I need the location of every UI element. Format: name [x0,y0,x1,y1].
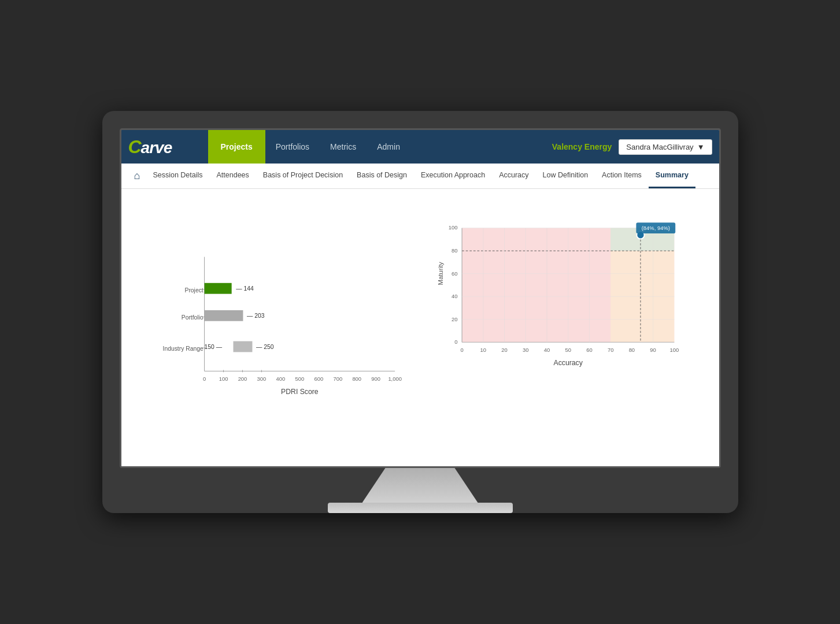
svg-text:80: 80 [452,247,457,254]
accuracy-chart-container: Maturity 0 20 40 60 80 100 [429,200,702,455]
svg-text:20: 20 [501,347,507,353]
svg-text:900: 900 [371,376,380,382]
app-logo: Carve [128,136,172,158]
tab-summary[interactable]: Summary [649,164,695,188]
svg-text:Project: Project [184,287,203,294]
svg-text:Maturity: Maturity [437,262,444,285]
svg-text:Accuracy: Accuracy [553,359,583,367]
tab-low-definition[interactable]: Low Definition [536,164,595,188]
monitor-outer: Carve Projects Portfolios Metrics Admin … [102,111,738,513]
svg-text:70: 70 [607,347,613,353]
monitor-stand [362,468,478,503]
svg-text:— 203: — 203 [247,313,265,319]
tabs-bar: ⌂ Session Details Attendees Basis of Pro… [121,164,719,189]
svg-text:(84%, 94%): (84%, 94%) [641,225,669,231]
svg-text:100: 100 [448,224,457,231]
svg-text:40: 40 [543,347,549,353]
accuracy-scatter-chart: Maturity 0 20 40 60 80 100 [435,206,696,391]
svg-rect-26 [233,341,252,352]
svg-text:— 144: — 144 [236,285,254,292]
tab-basis-design[interactable]: Basis of Design [350,164,414,188]
svg-text:Industry Range: Industry Range [162,346,203,352]
tab-basis-project-decision[interactable]: Basis of Project Decision [256,164,350,188]
tab-accuracy[interactable]: Accuracy [492,164,535,188]
svg-text:400: 400 [276,376,285,382]
svg-text:10: 10 [480,347,486,353]
nav-portfolios-link[interactable]: Portfolios [265,130,320,164]
svg-text:60: 60 [452,270,457,277]
monitor-screen: Carve Projects Portfolios Metrics Admin … [120,128,721,468]
tab-action-items[interactable]: Action Items [595,164,649,188]
svg-text:150 —: 150 — [204,344,222,350]
monitor-base [328,503,513,513]
svg-text:300: 300 [257,376,266,382]
svg-text:100: 100 [219,376,228,382]
svg-text:20: 20 [452,316,457,322]
svg-text:90: 90 [650,347,656,353]
nav-links: Portfolios Metrics Admin [265,130,410,164]
navbar: Carve Projects Portfolios Metrics Admin … [121,130,719,164]
svg-rect-22 [204,310,243,321]
user-menu-button[interactable]: Sandra MacGillivray ▼ [619,139,712,155]
svg-text:— 250: — 250 [256,344,274,350]
svg-text:60: 60 [586,347,592,353]
svg-text:50: 50 [565,347,571,353]
svg-text:1,000: 1,000 [388,376,402,382]
svg-text:40: 40 [452,293,457,299]
tab-execution-approach[interactable]: Execution Approach [414,164,492,188]
svg-text:500: 500 [295,376,304,382]
nav-metrics-link[interactable]: Metrics [320,130,367,164]
svg-text:Portfolio: Portfolio [181,314,203,321]
logo-c-letter: C [128,136,141,157]
nav-projects-button[interactable]: Projects [208,130,265,164]
company-name-label: Valency Energy [552,142,612,151]
svg-text:600: 600 [314,376,323,382]
svg-text:30: 30 [523,347,528,353]
svg-text:0: 0 [454,339,457,345]
pdri-bar-chart: 0 100 200 300 400 500 600 700 800 900 1,… [145,206,406,449]
svg-text:200: 200 [238,376,247,382]
tab-attendees[interactable]: Attendees [210,164,256,188]
svg-text:100: 100 [669,347,679,353]
svg-text:PDRI Score: PDRI Score [281,388,319,396]
svg-text:800: 800 [352,376,361,382]
logo-rest: arve [141,139,172,157]
svg-text:0: 0 [460,347,463,353]
main-content: 0 100 200 300 400 500 600 700 800 900 1,… [121,189,719,466]
user-name-label: Sandra MacGillivray [626,143,693,151]
svg-text:80: 80 [628,347,634,353]
tab-session-details[interactable]: Session Details [146,164,209,188]
nav-admin-link[interactable]: Admin [367,130,410,164]
svg-text:700: 700 [333,376,342,382]
nav-right: Valency Energy Sandra MacGillivray ▼ [552,139,719,155]
svg-rect-18 [204,283,231,294]
logo-area: Carve [121,130,208,164]
home-icon[interactable]: ⌂ [128,170,146,182]
svg-text:0: 0 [202,376,205,382]
pdri-chart-container: 0 100 200 300 400 500 600 700 800 900 1,… [139,200,412,455]
user-dropdown-arrow: ▼ [697,143,705,151]
